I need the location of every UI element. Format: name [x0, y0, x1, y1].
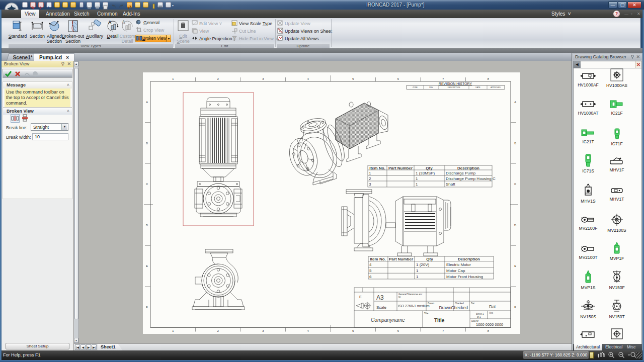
svg-text:Part Number: Part Number [389, 257, 413, 261]
svg-text:Scale: Scale [376, 305, 387, 310]
svg-text:Discharge Pump Housing C: Discharge Pump Housing C [446, 176, 496, 181]
svg-text:5: 5 [352, 77, 354, 80]
svg-text:Qty: Qty [426, 166, 433, 170]
svg-text:3: 3 [369, 182, 371, 187]
svg-text:A3: A3 [376, 294, 384, 301]
svg-text:Shaft: Shaft [446, 182, 455, 187]
svg-text:A: A [108, 20, 112, 25]
svg-text:6: 6 [397, 329, 399, 332]
svg-text:4: 4 [369, 262, 372, 267]
svg-text:S: S [31, 6, 34, 10]
svg-text:I: I [40, 6, 41, 10]
svg-text:ZONE: ZONE [413, 86, 418, 88]
svg-text:I: I [48, 6, 49, 10]
svg-text:Sheet 1: Sheet 1 [476, 313, 484, 315]
svg-text:B: B [146, 142, 148, 145]
svg-text:General Tolerances acc: General Tolerances acc [398, 293, 423, 296]
svg-text:Title: Title [434, 318, 445, 323]
svg-text:1: 1 [172, 77, 174, 80]
svg-text:1: 1 [416, 275, 419, 279]
svg-text:Res: Res [489, 312, 494, 314]
svg-text:Dat: Dat [471, 302, 475, 305]
svg-text:Motor Cap: Motor Cap [446, 268, 465, 273]
svg-text:B: B [514, 142, 516, 145]
svg-text:A: A [514, 101, 516, 104]
svg-text:Drawn: Drawn [428, 302, 435, 305]
svg-text:1: 1 [416, 182, 418, 187]
svg-text:REVISION HISTORY: REVISION HISTORY [439, 82, 472, 85]
svg-text:Electric Motor: Electric Motor [446, 262, 471, 267]
svg-text:1: 1 [172, 329, 174, 332]
svg-text:7: 7 [442, 329, 444, 332]
svg-text:1: 1 [369, 171, 371, 175]
svg-text:Discharge Pump: Discharge Pump [446, 171, 476, 175]
svg-text:Item No.: Item No. [369, 166, 385, 170]
svg-text:Title: Title [424, 312, 429, 315]
svg-text:A: A [122, 20, 125, 25]
svg-text:C: C [146, 183, 148, 186]
svg-text:1000 0000 0000: 1000 0000 0000 [476, 322, 503, 327]
svg-text:DESCRIPTION: DESCRIPTION [448, 86, 460, 88]
svg-text:4: 4 [307, 329, 309, 332]
svg-text:Checked: Checked [455, 302, 464, 305]
svg-text:ISO 2768-1 medium: ISO 2768-1 medium [398, 304, 430, 308]
svg-text:Qty: Qty [426, 257, 433, 261]
svg-text:Dat: Dat [489, 304, 496, 309]
svg-text:6: 6 [369, 275, 372, 279]
svg-text:5: 5 [369, 268, 372, 273]
svg-text:7: 7 [442, 77, 444, 80]
svg-text:D: D [146, 224, 148, 227]
svg-text:8: 8 [488, 329, 489, 332]
svg-text:to:: to: [398, 296, 401, 298]
svg-text:Description: Description [457, 166, 479, 170]
svg-text:A: A [146, 101, 148, 104]
svg-text:1 (20V): 1 (20V) [416, 262, 430, 267]
svg-text:Companyname: Companyname [371, 317, 405, 323]
svg-text:APPROVED: APPROVED [491, 86, 501, 88]
svg-text:1: 1 [416, 176, 418, 181]
svg-text:3: 3 [262, 329, 264, 332]
svg-text:E: E [146, 264, 148, 267]
svg-text:3: 3 [262, 77, 264, 80]
svg-text:Motor Front Housing: Motor Front Housing [446, 275, 483, 279]
svg-text:2: 2 [369, 176, 371, 181]
svg-text:D: D [514, 224, 516, 227]
svg-text:DATE: DATE [475, 86, 480, 88]
svg-text:4: 4 [307, 77, 309, 80]
svg-text:C: C [514, 183, 516, 186]
svg-text:E: E [359, 295, 362, 299]
svg-text:Description: Description [458, 257, 480, 261]
svg-text:of 1: of 1 [477, 316, 481, 318]
svg-text:Drawn: Drawn [439, 305, 451, 310]
svg-text:6: 6 [397, 77, 399, 80]
svg-text:Item No.: Item No. [370, 257, 386, 261]
svg-text:REV: REV [429, 86, 433, 88]
svg-text:2: 2 [217, 77, 219, 80]
svg-text:1: 1 [416, 268, 419, 273]
svg-text:8: 8 [488, 77, 489, 80]
svg-text:2: 2 [217, 329, 219, 332]
svg-text:5: 5 [352, 329, 354, 332]
svg-text:Checked: Checked [451, 305, 468, 310]
svg-text:1 (33MSP): 1 (33MSP) [416, 171, 435, 175]
svg-text:E: E [514, 264, 516, 267]
svg-text:Part Number: Part Number [388, 166, 413, 170]
